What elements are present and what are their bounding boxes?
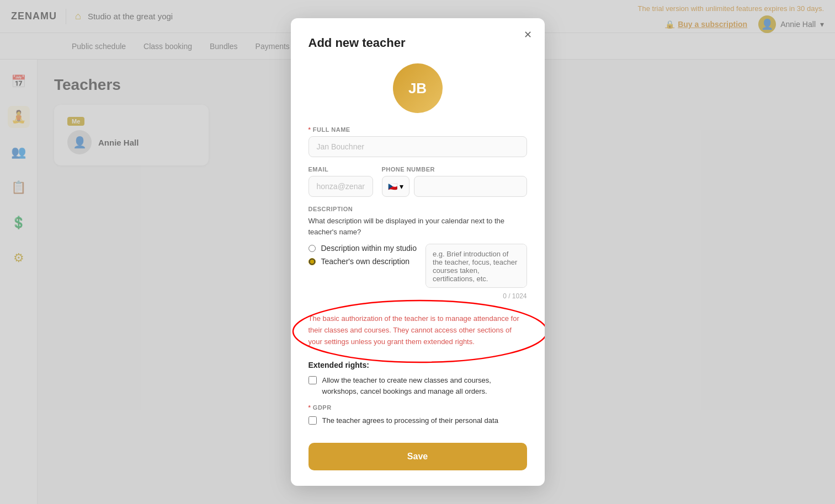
phone-dropdown-icon: ▾ [400,182,403,191]
add-teacher-modal: ✕ Add new teacher JB FULL NAME EMAIL PHO… [291,18,545,486]
gdpr-option[interactable]: The teacher agrees to processing of thei… [309,415,527,426]
gdpr-text: The teacher agrees to processing of thei… [322,415,498,426]
full-name-group: FULL NAME [309,126,527,157]
phone-wrapper: 🇨🇿 ▾ [382,176,527,197]
extended-rights-section: Extended rights: Allow the teacher to cr… [309,361,527,396]
save-button[interactable]: Save [309,443,527,470]
extended-rights-label: Allow the teacher to create new classes … [322,375,527,396]
textarea-container: 0 / 1024 [426,244,526,300]
auth-note-wrapper: The basic authorization of the teacher i… [309,309,527,352]
close-button[interactable]: ✕ [520,27,536,42]
phone-input[interactable] [414,176,527,197]
radio-studio-label: Description within my studio [321,244,417,253]
gdpr-section: GDPR The teacher agrees to processing of… [309,404,527,426]
description-textarea[interactable] [426,244,526,288]
extended-rights-option[interactable]: Allow the teacher to create new classes … [309,375,527,396]
email-group: EMAIL [309,166,373,197]
radio-studio-option[interactable]: Description within my studio [309,244,417,253]
description-helper: What description will be displayed in yo… [309,216,527,237]
description-layout: Description within my studio Teacher's o… [309,244,527,300]
gdpr-label: GDPR [309,404,527,411]
email-label: EMAIL [309,166,373,173]
phone-flag-selector[interactable]: 🇨🇿 ▾ [382,176,409,197]
gdpr-checkbox[interactable] [309,416,317,425]
description-label: DESCRIPTION [309,206,527,212]
modal-overlay: ✕ Add new teacher JB FULL NAME EMAIL PHO… [0,0,835,504]
radio-teacher-input[interactable] [309,258,316,265]
radio-teacher-option[interactable]: Teacher's own description [309,257,417,266]
flag-emoji: 🇨🇿 [388,182,397,191]
full-name-label: FULL NAME [309,126,527,133]
radio-teacher-label: Teacher's own description [321,257,410,266]
auth-note: The basic authorization of the teacher i… [309,309,527,352]
modal-title: Add new teacher [309,36,527,50]
full-name-input[interactable] [309,136,527,157]
radio-studio-input[interactable] [309,245,316,252]
phone-group: PHONE NUMBER 🇨🇿 ▾ [382,166,527,197]
extended-rights-checkbox[interactable] [309,376,317,384]
description-section: DESCRIPTION What description will be dis… [309,206,527,300]
teacher-initials-avatar[interactable]: JB [393,63,443,113]
email-phone-row: EMAIL PHONE NUMBER 🇨🇿 ▾ [309,166,527,206]
avatar-initials: JB [408,80,427,97]
avatar-area: JB [309,63,527,113]
email-input[interactable] [309,176,373,197]
phone-label: PHONE NUMBER [382,166,527,173]
radio-group: Description within my studio Teacher's o… [309,244,417,293]
char-count: 0 / 1024 [426,292,526,300]
extended-rights-title: Extended rights: [309,361,527,369]
